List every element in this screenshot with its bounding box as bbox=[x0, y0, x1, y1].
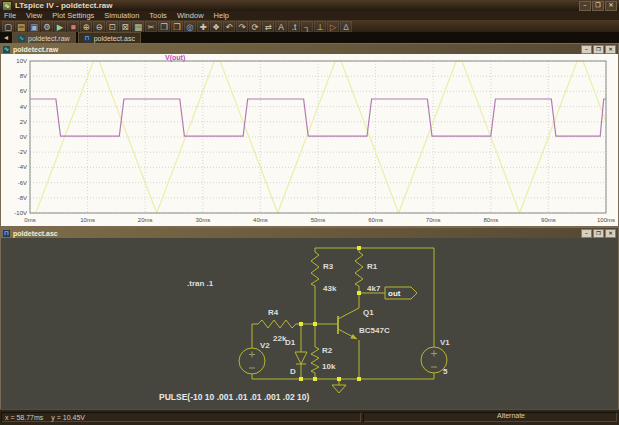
tab-label: poldetect.raw bbox=[28, 35, 70, 42]
v1-name[interactable]: V1 bbox=[440, 338, 450, 347]
drag-icon[interactable]: ❖ bbox=[210, 21, 222, 32]
diode-icon[interactable]: ▷ bbox=[327, 21, 339, 32]
zoom-full-icon[interactable]: ⊠ bbox=[119, 21, 131, 32]
y-axis-tick-label: 8V bbox=[20, 73, 27, 79]
y-axis-tick-label: -4V bbox=[18, 164, 27, 170]
tab-poldetect-raw[interactable]: ∿ poldetect.raw bbox=[12, 32, 76, 43]
title-bar[interactable]: ∿ LTspice IV - poldetect.raw – ❐ ✕ bbox=[0, 0, 619, 11]
x-axis-tick-label: 50ms bbox=[311, 217, 326, 223]
run-icon[interactable]: ▶ bbox=[54, 21, 66, 32]
pulse-directive[interactable]: PULSE(-10 10 .001 .01 .01 .001 .02 10) bbox=[159, 392, 309, 402]
mirror-icon[interactable]: ⇄ bbox=[262, 21, 274, 32]
rotate-icon[interactable]: ⟳ bbox=[249, 21, 261, 32]
menu-window[interactable]: Window bbox=[177, 11, 204, 20]
minimize-button[interactable]: – bbox=[579, 1, 591, 11]
menu-help[interactable]: Help bbox=[214, 11, 229, 20]
x-axis-tick-label: 10ms bbox=[80, 217, 95, 223]
text-icon[interactable]: A bbox=[275, 21, 287, 32]
grid-icon[interactable]: ▦ bbox=[132, 21, 144, 32]
halt-icon[interactable]: ■ bbox=[67, 21, 79, 32]
trace-legend-vout[interactable]: V(out) bbox=[165, 54, 185, 62]
y-axis-tick-label: -6V bbox=[18, 180, 27, 186]
x-axis-tick-label: 60ms bbox=[368, 217, 383, 223]
y-axis-tick-label: -2V bbox=[18, 149, 27, 155]
tran-directive[interactable]: .tran .1 bbox=[187, 279, 214, 288]
status-cursor-y: y = 10.45V bbox=[51, 414, 85, 421]
redo-icon[interactable]: ↷ bbox=[236, 21, 248, 32]
find-icon[interactable]: ◎ bbox=[184, 21, 196, 32]
d1-name[interactable]: D1 bbox=[285, 338, 296, 347]
toolbar: ▢▤▣⚙▶■⊕⊖⊡⊠▦✂❐❒◎✚❖↶↷⟳⇄A.t┐⊥▷∆ bbox=[0, 20, 619, 32]
zoom-area-icon[interactable]: ⊡ bbox=[106, 21, 118, 32]
tab-scroll-left-button[interactable]: ◂ bbox=[2, 33, 10, 43]
tab-poldetect-asc[interactable]: ⊓ poldetect.asc bbox=[78, 32, 141, 43]
waveform-window: ∿ poldetect.raw – ❐ ✕ 10V8V6V4V2V0V-2V-4… bbox=[0, 43, 619, 227]
status-mode: Alternate bbox=[497, 412, 525, 419]
r1-name[interactable]: R1 bbox=[367, 262, 378, 271]
x-axis-tick-label: 100ms bbox=[597, 217, 615, 223]
transistor-q1[interactable]: Q1 BC547C bbox=[338, 308, 390, 339]
waveform-plot[interactable]: 10V8V6V4V2V0V-2V-4V-6V-8V-10V0ms10ms20ms… bbox=[2, 54, 617, 226]
voltage-source-v2[interactable]: V2 bbox=[239, 341, 270, 374]
v1-value[interactable]: 5 bbox=[443, 367, 448, 376]
diode-d1[interactable]: D1 D bbox=[285, 338, 307, 376]
schematic-tab-icon: ⊓ bbox=[84, 35, 91, 42]
copy-icon[interactable]: ❐ bbox=[158, 21, 170, 32]
control-panel-icon[interactable]: ⚙ bbox=[41, 21, 53, 32]
schematic-window-title: poldetect.asc bbox=[13, 230, 58, 237]
ground-symbol[interactable] bbox=[332, 385, 346, 393]
wave-close-button[interactable]: ✕ bbox=[605, 45, 616, 54]
y-axis-tick-label: 10V bbox=[16, 58, 27, 64]
x-axis-tick-label: 0ms bbox=[24, 217, 35, 223]
y-axis-tick-label: -8V bbox=[18, 195, 27, 201]
undo-icon[interactable]: ↶ bbox=[223, 21, 235, 32]
schem-close-button[interactable]: ✕ bbox=[605, 229, 616, 238]
r3-name[interactable]: R3 bbox=[323, 262, 334, 271]
move-icon[interactable]: ✚ bbox=[197, 21, 209, 32]
maximize-button[interactable]: ❐ bbox=[592, 1, 604, 11]
component-icon[interactable]: ∆ bbox=[340, 21, 352, 32]
waveform-window-icon: ∿ bbox=[3, 46, 10, 53]
spice-directive-icon[interactable]: .t bbox=[288, 21, 300, 32]
schematic-canvas[interactable]: R3 43k R1 4k7 R4 22k R2 10k bbox=[2, 238, 617, 409]
r3-value[interactable]: 43k bbox=[323, 284, 337, 293]
r1-value[interactable]: 4k7 bbox=[367, 284, 381, 293]
y-axis-tick-label: 2V bbox=[20, 119, 27, 125]
net-label-out[interactable]: out bbox=[385, 287, 417, 299]
schematic-window-titlebar[interactable]: ⊓ poldetect.asc – ❐ ✕ bbox=[1, 228, 618, 238]
menu-tools[interactable]: Tools bbox=[149, 11, 167, 20]
x-axis-tick-label: 30ms bbox=[195, 217, 210, 223]
out-label[interactable]: out bbox=[388, 289, 401, 298]
menu-view[interactable]: View bbox=[26, 11, 42, 20]
menu-simulation[interactable]: Simulation bbox=[104, 11, 139, 20]
r4-name[interactable]: R4 bbox=[268, 308, 279, 317]
q1-value[interactable]: BC547C bbox=[359, 326, 390, 335]
wire-icon[interactable]: ┐ bbox=[301, 21, 313, 32]
zoom-in-icon[interactable]: ⊕ bbox=[80, 21, 92, 32]
save-icon[interactable]: ▣ bbox=[28, 21, 40, 32]
r2-name[interactable]: R2 bbox=[322, 346, 333, 355]
resistor-r2[interactable]: R2 10k bbox=[311, 346, 336, 373]
cut-icon[interactable]: ✂ bbox=[145, 21, 157, 32]
d1-value[interactable]: D bbox=[290, 367, 296, 376]
waveform-window-titlebar[interactable]: ∿ poldetect.raw – ❐ ✕ bbox=[1, 44, 618, 54]
wave-minimize-button[interactable]: – bbox=[581, 45, 592, 54]
wave-restore-button[interactable]: ❐ bbox=[593, 45, 604, 54]
y-axis-tick-label: -10V bbox=[14, 210, 27, 216]
q1-name[interactable]: Q1 bbox=[363, 308, 374, 317]
new-file-icon[interactable]: ▢ bbox=[2, 21, 14, 32]
schem-restore-button[interactable]: ❐ bbox=[593, 229, 604, 238]
paste-icon[interactable]: ❒ bbox=[171, 21, 183, 32]
zoom-out-icon[interactable]: ⊖ bbox=[93, 21, 105, 32]
schem-minimize-button[interactable]: – bbox=[581, 229, 592, 238]
voltage-source-v1[interactable]: V1 5 bbox=[421, 338, 450, 376]
menu-plot-settings[interactable]: Plot Settings bbox=[52, 11, 94, 20]
x-axis-tick-label: 80ms bbox=[483, 217, 498, 223]
v2-name[interactable]: V2 bbox=[260, 341, 270, 350]
x-axis-tick-label: 70ms bbox=[426, 217, 441, 223]
r2-value[interactable]: 10k bbox=[322, 362, 336, 371]
ground-icon[interactable]: ⊥ bbox=[314, 21, 326, 32]
close-button[interactable]: ✕ bbox=[605, 1, 617, 11]
open-icon[interactable]: ▤ bbox=[15, 21, 27, 32]
menu-file[interactable]: File bbox=[4, 11, 16, 20]
